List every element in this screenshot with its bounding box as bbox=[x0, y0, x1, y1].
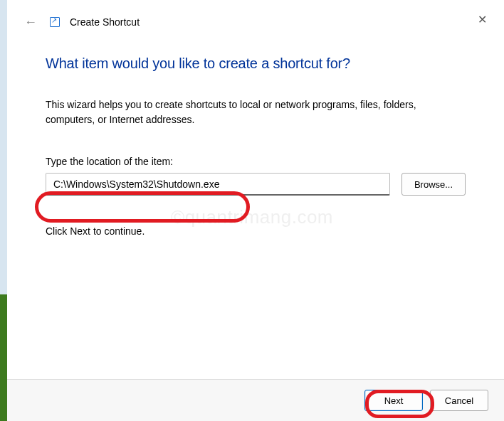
dialog-header: ← Create Shortcut ✕ bbox=[7, 0, 504, 38]
location-label: Type the location of the item: bbox=[46, 156, 466, 167]
back-arrow-icon[interactable]: ← bbox=[21, 13, 40, 31]
dialog-content: What item would you like to create a sho… bbox=[7, 38, 504, 379]
dialog-footer: Next Cancel bbox=[7, 379, 504, 421]
wizard-description: This wizard helps you to create shortcut… bbox=[46, 97, 466, 127]
dialog-title: Create Shortcut bbox=[70, 16, 140, 28]
location-input-wrap bbox=[46, 173, 390, 196]
next-button[interactable]: Next bbox=[364, 390, 423, 411]
wizard-heading: What item would you like to create a sho… bbox=[46, 55, 466, 72]
location-row: Browse... bbox=[46, 173, 466, 196]
background-edge bbox=[0, 0, 7, 421]
close-icon[interactable]: ✕ bbox=[473, 9, 491, 31]
cancel-button[interactable]: Cancel bbox=[430, 390, 488, 411]
browse-button[interactable]: Browse... bbox=[401, 173, 466, 196]
continue-text: Click Next to continue. bbox=[46, 225, 466, 237]
shortcut-icon bbox=[50, 17, 60, 27]
location-input[interactable] bbox=[46, 173, 390, 196]
create-shortcut-dialog: ← Create Shortcut ✕ What item would you … bbox=[7, 0, 504, 421]
